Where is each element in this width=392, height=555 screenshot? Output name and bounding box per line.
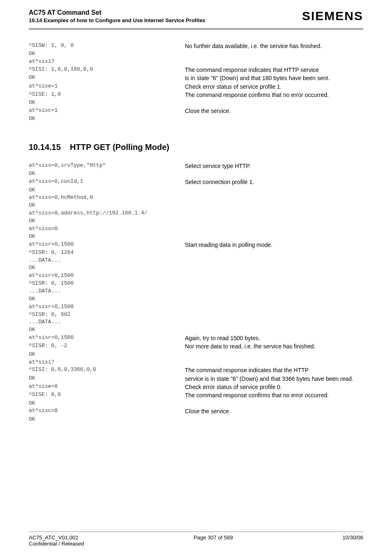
code-command: OK [29,375,185,382]
code-description: is in state "6" (Down) and that 180 byte… [185,74,363,82]
code-command: OK [29,400,185,408]
section-heading: 10.14.15 HTTP GET (Polling Mode) [29,143,363,152]
section-number: 10.14.15 [29,143,61,152]
code-row: OK [29,50,363,58]
code-command: at^sisc=1 [29,107,185,115]
code-row: OKservice is in state "6" (Down) and tha… [29,375,363,383]
code-command: ...DATA... [29,318,185,326]
code-row: at^sisr=0,1500Start reading data in poll… [29,241,363,249]
code-command: OK [29,233,185,241]
code-command: at^siss=0,hcMethod,0 [29,194,185,202]
code-row: ^SISE: 1,0The command response confirms … [29,91,363,99]
code-row: OKis in state "6" (Down) and that 180 by… [29,74,363,82]
header-left: AC75 AT Command Set 10.14 Examples of ho… [29,9,205,23]
code-command: at^sisr=0,1500 [29,272,185,280]
code-command: ^SISI: 0,6,0,3366,0,0 [29,366,185,374]
code-description: The command response indicates that HTTP… [185,66,363,74]
code-command: at^sisi? [29,359,185,366]
code-example-block-2: at^siss=0,srvType,"Http"Select service t… [29,162,363,423]
code-row: OK [29,295,363,303]
code-row: at^siss=0,hcMethod,0 [29,194,363,202]
code-command: at^sisr=0,1500 [29,334,185,342]
code-command: OK [29,50,185,58]
code-description: Check error status of service profile 0. [185,383,363,391]
code-row: at^sisi? [29,359,363,366]
code-description: Nor more data to read, i.e. the service … [185,342,363,350]
code-description: The command response indicates that the … [185,366,363,374]
doc-subtitle: 10.14 Examples of how to Configure and U… [29,17,205,23]
code-row: at^sisr=0,1500 [29,272,363,280]
footer-doc-id: AC75_ATC_V01.002 [29,534,78,541]
code-row: ^SISR: 0, 1500 [29,280,363,288]
code-example-block-1: ^SISW: 1, 0, 0No further data available,… [29,42,363,123]
code-row: OK [29,115,363,123]
code-description: Check error status of service profile 1. [185,83,363,91]
code-description: No further data available, i.e. the serv… [185,42,363,50]
code-row: OK [29,187,363,194]
siemens-logo: SIEMENS [302,9,363,23]
code-command: OK [29,202,185,210]
code-command: ^SISE: 0,0 [29,391,185,399]
code-row: OK [29,326,363,334]
code-command: OK [29,74,185,82]
code-row: ^SISR: 0, -2Nor more data to read, i.e. … [29,342,363,350]
code-command: ^SISI: 1,6,0,180,0,0 [29,66,185,74]
code-row: at^siss=0,srvType,"Http"Select service t… [29,162,363,170]
code-command: at^sisc=0 [29,407,185,415]
code-row: at^siss=0,address,http://192.168.1.4/ [29,210,363,217]
code-row: at^sisc=0Close the service. [29,407,363,415]
code-description: Select service type HTTP. [185,162,363,170]
code-row: ^SISR: 0, 1264 [29,249,363,257]
code-row: ...DATA... [29,288,363,295]
code-command: OK [29,264,185,272]
code-row: OK [29,217,363,225]
code-row: ...DATA... [29,318,363,326]
code-description: service is in state "6" (Down) and that … [185,375,363,383]
code-row: ^SISW: 1, 0, 0No further data available,… [29,42,363,50]
code-command: ...DATA... [29,288,185,295]
code-command: OK [29,351,185,359]
code-command: at^sise=1 [29,83,185,90]
code-command: OK [29,170,185,178]
code-command: at^sisi? [29,58,185,66]
footer-page: Page 307 of 569 [194,534,233,547]
code-command: OK [29,326,185,334]
code-row: at^sisr=0,1500Again, try to read 1500 by… [29,334,363,342]
page-footer: AC75_ATC_V01.002 Confidential / Released… [29,532,363,547]
code-row: at^sise=0Check error status of service p… [29,383,363,391]
footer-confidential: Confidential / Released [29,541,84,547]
code-command: OK [29,99,185,107]
code-row: OK [29,202,363,210]
code-command: OK [29,416,185,424]
code-command: OK [29,115,185,123]
section-title: HTTP GET (Polling Mode) [70,143,169,152]
code-command: ^SISR: 0, -2 [29,342,185,350]
footer-left: AC75_ATC_V01.002 Confidential / Released [29,534,84,547]
code-row: at^sisi? [29,58,363,66]
code-row: at^siso=0 [29,225,363,233]
code-row: ...DATA... [29,257,363,265]
code-description: Close the service. [185,107,363,115]
code-command: ^SISR: 0, 602 [29,311,185,319]
code-row: OK [29,264,363,272]
footer-date: 10/30/06 [342,534,363,547]
code-command: OK [29,187,185,194]
code-description: Close the service. [185,407,363,415]
code-row: ^SISR: 0, 602 [29,311,363,319]
code-row: OK [29,351,363,359]
code-description: The command response confirms that no er… [185,391,363,399]
code-command: at^siss=0,srvType,"Http" [29,162,185,170]
code-command: OK [29,295,185,303]
code-row: ^SISI: 0,6,0,3366,0,0The command respons… [29,366,363,374]
code-row: at^siss=0,conId,1Select connection profi… [29,178,363,186]
code-row: at^sisc=1Close the service. [29,107,363,115]
code-description: Start reading data in polling mode. [185,241,363,249]
code-row: OK [29,233,363,241]
code-row: at^sise=1Check error status of service p… [29,83,363,91]
code-description: Select connection profile 1. [185,178,363,186]
code-command: at^siso=0 [29,225,185,233]
code-command: ^SISR: 0, 1500 [29,280,185,288]
code-row: OK [29,400,363,408]
code-row: OK [29,99,363,107]
code-command: ^SISR: 0, 1264 [29,249,185,257]
